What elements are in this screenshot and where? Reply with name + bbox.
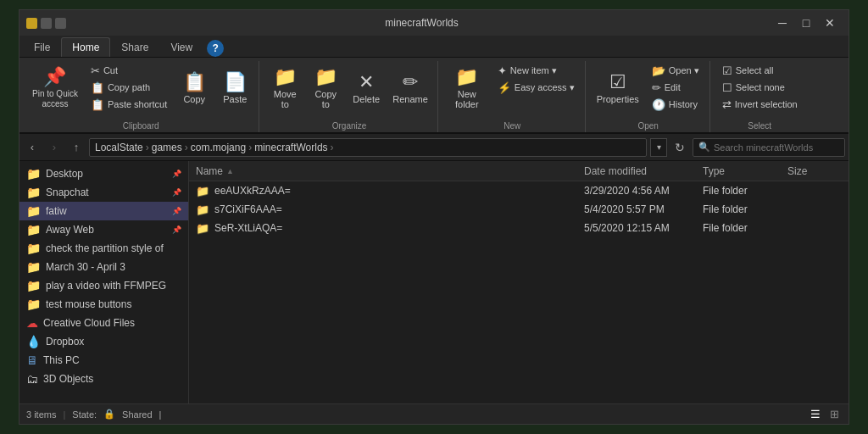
- sidebar-item-desktop-label: Desktop: [46, 168, 83, 180]
- address-path[interactable]: LocalState › games › com.mojang › minecr…: [89, 138, 647, 157]
- help-button[interactable]: ?: [207, 40, 224, 57]
- up-button[interactable]: ↑: [67, 138, 86, 157]
- file-cell-type-3: File folder: [696, 219, 781, 237]
- copy-path-button[interactable]: 📋 Copy path: [86, 80, 172, 95]
- title-bar-icons: [26, 18, 66, 29]
- col-header-type[interactable]: Type: [696, 161, 781, 181]
- snapchat-folder-icon: 📁: [26, 186, 41, 199]
- file-cell-size-3: [781, 219, 849, 237]
- new-label: New: [504, 120, 520, 131]
- maximize-button[interactable]: □: [794, 14, 818, 31]
- large-icons-view-button[interactable]: ⊞: [826, 407, 842, 422]
- col-header-size[interactable]: Size: [781, 161, 849, 181]
- new-item-button[interactable]: ✦ New item ▾: [492, 63, 580, 78]
- window-icon-dark2: [55, 18, 66, 29]
- history-icon: 🕐: [652, 98, 665, 111]
- sidebar-item-play-video[interactable]: 📁 play a video with FFMPEG: [19, 276, 188, 295]
- sidebar-item-test-buttons-label: test mouse buttons: [46, 298, 131, 310]
- address-dropdown-button[interactable]: ▾: [650, 138, 667, 157]
- edit-icon: ✏: [652, 81, 661, 94]
- details-view-button[interactable]: ☰: [808, 407, 823, 422]
- properties-icon: ☑: [609, 73, 626, 92]
- copy-button[interactable]: 📋 Copy: [175, 63, 213, 114]
- move-to-button[interactable]: 📁 Moveto: [266, 63, 303, 114]
- path-segment-mojang[interactable]: com.mojang: [191, 142, 246, 153]
- select-none-label: Select none: [736, 82, 785, 92]
- properties-button[interactable]: ☑ Properties: [593, 63, 643, 114]
- open-button[interactable]: 📂 Open ▾: [647, 63, 704, 78]
- delete-button[interactable]: ✕ Delete: [348, 63, 385, 114]
- sidebar-item-dropbox-label: Dropbox: [46, 336, 84, 348]
- view-controls: ☰ ⊞: [808, 407, 842, 422]
- path-segment-worlds[interactable]: minecraftWorlds: [254, 142, 327, 153]
- march-folder-icon: 📁: [26, 260, 41, 274]
- sidebar: 📁 Desktop 📌 📁 Snapchat 📌 📁 fatiw 📌 📁 Awa…: [19, 161, 189, 403]
- sidebar-item-desktop[interactable]: 📁 Desktop 📌: [19, 164, 188, 183]
- tab-home[interactable]: Home: [61, 37, 110, 57]
- paste-label: Paste: [223, 94, 247, 104]
- play-video-folder-icon: 📁: [26, 279, 41, 292]
- col-header-date[interactable]: Date modified: [577, 161, 696, 181]
- col-header-name[interactable]: Name ▲: [189, 161, 577, 181]
- edit-label: Edit: [665, 82, 681, 92]
- sidebar-item-snapchat[interactable]: 📁 Snapchat 📌: [19, 183, 188, 202]
- table-row[interactable]: 📁 SeR-XtLiAQA= 5/5/2020 12:15 AM File fo…: [189, 219, 849, 237]
- new-items: 📁 Newfolder ✦ New item ▾ ⚡ Easy access ▾: [445, 61, 580, 120]
- path-sep-2: ›: [185, 142, 188, 153]
- invert-selection-button[interactable]: ⇄ Invert selection: [717, 97, 803, 112]
- check-partition-folder-icon: 📁: [26, 242, 41, 255]
- path-segment-games[interactable]: games: [152, 142, 182, 153]
- table-row[interactable]: 📁 eeAUXkRzAAA= 3/29/2020 4:56 AM File fo…: [189, 181, 849, 200]
- rename-button[interactable]: ✏ Rename: [388, 63, 432, 114]
- sidebar-item-3d-objects[interactable]: 🗂 3D Objects: [19, 370, 188, 388]
- sidebar-item-away-web[interactable]: 📁 Away Web 📌: [19, 220, 188, 239]
- ribbon: 📌 Pin to Quickaccess ✂ Cut 📋 Copy path 📋…: [19, 58, 849, 134]
- file-folder-icon-2: 📁: [196, 203, 209, 216]
- desktop-folder-icon: 📁: [26, 167, 41, 181]
- close-button[interactable]: ✕: [818, 14, 842, 31]
- table-row[interactable]: 📁 s7CiXiF6AAA= 5/4/2020 5:57 PM File fol…: [189, 200, 849, 219]
- back-button[interactable]: ‹: [23, 138, 42, 157]
- select-all-button[interactable]: ☑ Select all: [717, 63, 803, 78]
- ribbon-group-organize: 📁 Moveto 📁 Copyto ✕ Delete ✏ Rename Orga…: [261, 61, 438, 132]
- sidebar-item-this-pc[interactable]: 🖥 This PC: [19, 351, 188, 370]
- path-segment-localstate[interactable]: LocalState: [95, 142, 143, 153]
- file-name-3: SeR-XtLiAQA=: [214, 222, 282, 234]
- sidebar-item-creative-cloud[interactable]: ☁ Creative Cloud Files: [19, 314, 188, 332]
- search-input[interactable]: [714, 142, 832, 153]
- select-none-button[interactable]: ☐ Select none: [717, 80, 803, 95]
- title-bar: minecraftWorlds ─ □ ✕: [19, 10, 849, 36]
- sidebar-item-check-partition[interactable]: 📁 check the partition style of: [19, 239, 188, 258]
- status-bar: 3 items | State: 🔒 Shared | ☰ ⊞: [19, 403, 849, 424]
- path-sep-4: ›: [331, 142, 334, 153]
- history-button[interactable]: 🕐 History: [647, 97, 704, 112]
- forward-button[interactable]: ›: [45, 138, 64, 157]
- file-cell-date-3: 5/5/2020 12:15 AM: [577, 219, 696, 237]
- snapchat-pin-icon: 📌: [172, 188, 181, 197]
- new-item-icon: ✦: [498, 64, 507, 77]
- refresh-button[interactable]: ↻: [670, 138, 689, 157]
- pin-quick-access-button[interactable]: 📌 Pin to Quickaccess: [28, 63, 82, 114]
- file-area: Name ▲ Date modified Type Size 📁: [189, 161, 849, 403]
- edit-button[interactable]: ✏ Edit: [647, 80, 704, 95]
- sidebar-item-fatiw[interactable]: 📁 fatiw 📌: [19, 202, 188, 220]
- tab-file[interactable]: File: [23, 37, 61, 57]
- paste-button[interactable]: 📄 Paste: [216, 63, 253, 114]
- cut-button[interactable]: ✂ Cut: [86, 63, 172, 78]
- open-label: Open ▾: [669, 65, 699, 76]
- copy-to-button[interactable]: 📁 Copyto: [307, 63, 344, 114]
- rename-icon: ✏: [403, 73, 418, 92]
- tab-share[interactable]: Share: [110, 37, 159, 57]
- tab-view[interactable]: View: [159, 37, 203, 57]
- sidebar-item-fatiw-label: fatiw: [46, 205, 67, 217]
- sidebar-item-test-buttons[interactable]: 📁 test mouse buttons: [19, 295, 188, 314]
- easy-access-button[interactable]: ⚡ Easy access ▾: [492, 80, 580, 95]
- minimize-button[interactable]: ─: [771, 14, 794, 31]
- sidebar-item-dropbox[interactable]: 💧 Dropbox: [19, 332, 188, 351]
- sidebar-item-march[interactable]: 📁 March 30 - April 3: [19, 258, 188, 276]
- new-folder-button[interactable]: 📁 Newfolder: [445, 63, 489, 114]
- dropbox-icon: 💧: [26, 335, 41, 348]
- paste-shortcut-button[interactable]: 📋 Paste shortcut: [86, 97, 172, 112]
- search-box[interactable]: 🔍: [693, 138, 845, 157]
- select-all-label: Select all: [736, 65, 774, 75]
